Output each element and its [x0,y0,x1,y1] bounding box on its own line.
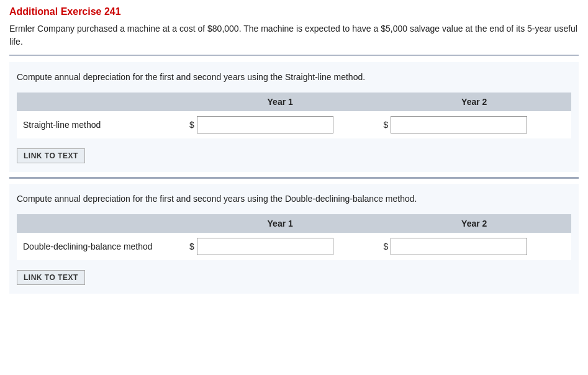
year2-input-ddb[interactable] [391,238,527,255]
col-header-year2-sl: Year 2 [377,93,571,111]
straight-line-table: Year 1 Year 2 Straight-line method $ [17,93,571,138]
method-label-sl: Straight-line method [17,111,183,138]
exercise-title: Additional Exercise 241 [9,6,579,17]
year2-cell-sl: $ [377,111,571,138]
col-header-empty [17,93,183,111]
link-to-text-btn-sl[interactable]: LINK TO TEXT [17,148,85,163]
dollar-sign-ddb-2: $ [383,242,388,251]
section-straight-line: Compute annual depreciation for the firs… [9,62,579,172]
link-to-text-btn-ddb[interactable]: LINK TO TEXT [17,270,85,285]
dollar-sign-ddb-1: $ [189,242,194,251]
col-header-year2-ddb: Year 2 [377,214,571,233]
section-double-declining: Compute annual depreciation for the firs… [9,184,579,294]
section2-instruction: Compute annual depreciation for the firs… [17,192,571,206]
top-divider [9,55,579,56]
year2-input-sl[interactable] [391,116,527,133]
col-header-year1-sl: Year 1 [183,93,378,111]
year1-input-ddb[interactable] [197,238,333,255]
year1-cell-ddb: $ [183,233,378,260]
dollar-sign-sl-1: $ [189,120,194,130]
section1-instruction: Compute annual depreciation for the firs… [17,71,571,84]
year1-input-sl[interactable] [197,116,333,133]
section-divider [9,177,579,179]
year2-cell-ddb: $ [377,233,571,260]
dollar-sign-sl-2: $ [383,120,388,130]
double-declining-table: Year 1 Year 2 Double-declining-balance m… [17,214,571,260]
col-header-year1-ddb: Year 1 [183,214,378,233]
col-header-empty-ddb [17,214,183,233]
year1-cell-sl: $ [183,111,378,138]
exercise-description: Ermler Company purchased a machine at a … [9,22,579,48]
method-label-ddb: Double-declining-balance method [17,233,183,260]
